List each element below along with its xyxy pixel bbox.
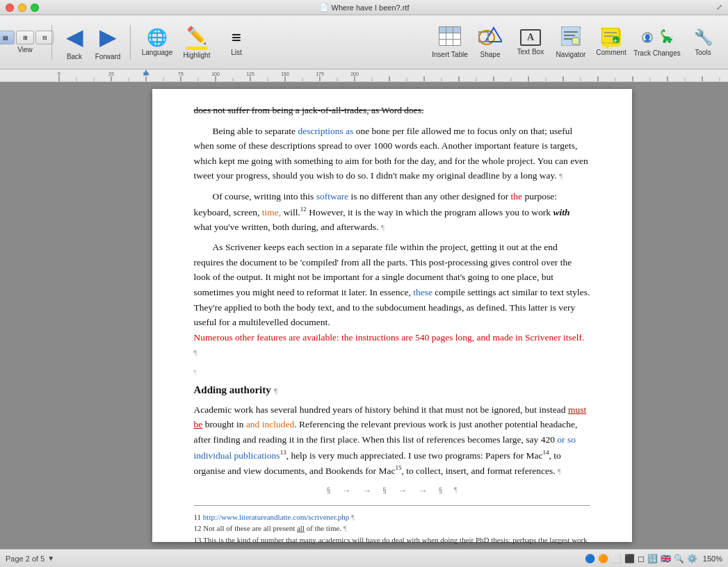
view-button[interactable]: ▤ ⊞ ⊟ View: [6, 19, 45, 66]
svg-text:100: 100: [211, 72, 220, 76]
insert-table-button[interactable]: Insert Table: [430, 19, 469, 66]
highlight-button[interactable]: ✏️ Highlight: [179, 19, 214, 66]
expand-button[interactable]: ⤢: [716, 3, 722, 12]
view-single[interactable]: ▤: [0, 31, 15, 44]
para-2: Of course, writing into this software is…: [194, 189, 590, 234]
view-columns[interactable]: ⊞: [16, 31, 34, 44]
svg-text:200: 200: [350, 72, 359, 76]
para-mark-3: ¶: [194, 348, 197, 356]
fn-link-11[interactable]: http://www.literatureandlatte.com/scrive…: [203, 513, 349, 521]
footnote-11: 11 http://www.literatureandlatte.com/scr…: [194, 511, 590, 523]
text-box-button[interactable]: A Text Box: [511, 19, 550, 66]
shape-icon: [478, 26, 502, 49]
footnote-ref-12: 12: [300, 206, 307, 213]
highlight-time: time,: [262, 206, 281, 217]
link-these[interactable]: these: [413, 287, 432, 297]
svg-rect-8: [446, 40, 453, 45]
track-changes-label: Track Changes: [633, 49, 680, 57]
status-icon-4: ⬛: [624, 554, 635, 564]
forward-button[interactable]: ▶ Forward: [92, 19, 123, 66]
comment-button[interactable]: + Comment: [592, 19, 631, 66]
page-info: Page 2 of 5: [6, 554, 45, 563]
svg-rect-1: [439, 27, 446, 33]
title-bar: 📄 Where have I been?.rtf ⤢: [0, 0, 728, 15]
section-arrow-1: →: [342, 484, 351, 498]
section-arrow-3: →: [398, 484, 407, 498]
para-3: As Scrivener keeps each section in a sep…: [194, 240, 590, 360]
footnote-area: 11 http://www.literatureandlatte.com/scr…: [194, 505, 590, 549]
para-intro: does not suffer from being a jack-of-all…: [194, 103, 590, 118]
para-mark-h: ¶: [274, 386, 278, 395]
list-icon: ≡: [232, 28, 241, 47]
svg-rect-2: [446, 27, 453, 33]
view-icons: ▤ ⊞ ⊟: [0, 31, 54, 44]
link-and-included: and included: [246, 419, 294, 429]
svg-rect-3: [453, 27, 460, 33]
navigator-label: Navigator: [556, 51, 586, 58]
svg-rect-5: [446, 33, 453, 39]
svg-text:75: 75: [178, 72, 184, 76]
comment-bubble: +: [601, 28, 621, 47]
comment-label: Comment: [596, 49, 626, 56]
status-icon-7: 🇬🇧: [661, 554, 671, 564]
svg-rect-7: [439, 40, 446, 45]
status-icons: 🔵 🟠 ⬜ ⬛ ◻ 🔢 🇬🇧 🔍 ⚙️: [585, 554, 697, 564]
section-nav-symbols: § → → § → → § ¶: [194, 484, 590, 498]
right-toolbar: Insert Table Shape A Text Box: [430, 19, 722, 66]
back-button[interactable]: ◀ Back: [59, 19, 90, 66]
back-label: Back: [67, 53, 82, 60]
view-label: View: [17, 46, 33, 54]
status-left: Page 2 of 5 ▼: [6, 554, 54, 563]
tools-button[interactable]: 🔧 Tools: [683, 19, 722, 66]
forward-icon: ▶: [99, 24, 117, 50]
svg-rect-17: [572, 38, 579, 44]
chevron-down-icon[interactable]: ▼: [47, 554, 54, 562]
toolbar: ▤ ⊞ ⊟ View ◀ Back ▶ Forward 🌐 Language ✏…: [0, 15, 728, 69]
strikethrough-text: does not suffer from being a jack-of-all…: [194, 105, 424, 115]
link-the[interactable]: the: [511, 191, 523, 202]
svg-text:25: 25: [108, 72, 114, 76]
list-label: List: [231, 49, 242, 56]
status-bar: Page 2 of 5 ▼ 🔵 🟠 ⬜ ⬛ ◻ 🔢 🇬🇧 🔍 ⚙️ 150%: [0, 549, 728, 567]
link-descriptions[interactable]: descriptions as: [298, 126, 353, 136]
para-mark-nav: ¶: [454, 484, 458, 498]
svg-text:🦕: 🦕: [660, 28, 672, 44]
highlight-label: Highlight: [184, 51, 211, 59]
text-box-label: Text Box: [517, 48, 544, 56]
track-changes-button[interactable]: 👤 🦕 Track Changes: [632, 19, 682, 66]
svg-text:5: 5: [58, 72, 60, 76]
maximize-button[interactable]: [31, 3, 39, 12]
zoom-level: 150%: [703, 554, 722, 563]
svg-text:👤: 👤: [643, 33, 652, 42]
language-button[interactable]: 🌐 Language: [138, 19, 177, 66]
status-icon-3: ⬜: [611, 554, 622, 564]
content-area: does not suffer from being a jack-of-all…: [0, 82, 728, 549]
svg-text:+: +: [613, 38, 617, 44]
minimize-button[interactable]: [18, 3, 26, 12]
navigator-button[interactable]: Navigator: [551, 19, 590, 66]
para-mark-4: ¶: [558, 466, 561, 475]
fn-12-all: all: [297, 524, 305, 532]
window-controls[interactable]: [6, 3, 39, 12]
footnote-ref-15: 15: [395, 464, 401, 471]
separator-2: [130, 25, 131, 60]
section-symbol-1: §: [326, 484, 331, 498]
status-icon-6: 🔢: [647, 554, 658, 564]
document-page[interactable]: does not suffer from being a jack-of-all…: [152, 89, 632, 542]
section-arrow-2: →: [362, 484, 371, 498]
link-or-so[interactable]: or so individual publications: [194, 434, 576, 460]
globe-icon: 🌐: [147, 28, 168, 47]
insert-table-label: Insert Table: [432, 51, 468, 58]
close-button[interactable]: [6, 3, 14, 12]
para-mark-1: ¶: [559, 172, 563, 180]
tools-icon: 🔧: [694, 28, 713, 47]
footnote-ref-14: 14: [543, 449, 549, 456]
status-right: 🔵 🟠 ⬜ ⬛ ◻ 🔢 🇬🇧 🔍 ⚙️ 150%: [585, 554, 722, 564]
link-software[interactable]: software: [316, 191, 348, 202]
window-title: 📄 Where have I been?.rtf: [319, 3, 410, 12]
list-button[interactable]: ≡ List: [217, 19, 256, 66]
shape-button[interactable]: Shape: [471, 19, 510, 66]
status-icon-9: ⚙️: [687, 554, 697, 564]
document-wrapper[interactable]: does not suffer from being a jack-of-all…: [56, 82, 728, 549]
italic-with: with: [553, 206, 569, 217]
